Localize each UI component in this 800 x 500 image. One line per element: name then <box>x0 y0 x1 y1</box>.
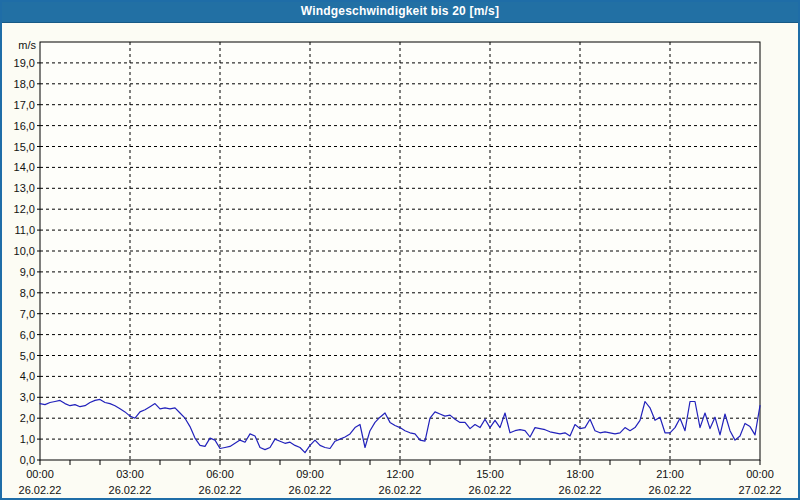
y-axis-label: 8,0 <box>20 287 35 299</box>
x-axis-time-label: 09:00 <box>296 468 324 480</box>
wind-speed-chart: 0,01,02,03,04,05,06,07,08,09,010,011,012… <box>0 0 800 500</box>
x-axis-date-label: 26.02.22 <box>649 484 692 496</box>
x-axis-date-label: 26.02.22 <box>19 484 62 496</box>
x-axis-date-label: 26.02.22 <box>109 484 152 496</box>
y-axis-label: 19,0 <box>14 57 35 69</box>
y-axis-label: 2,0 <box>20 412 35 424</box>
y-axis-label: 11,0 <box>14 224 35 236</box>
x-axis-date-label: 26.02.22 <box>559 484 602 496</box>
x-axis-date-label: 26.02.22 <box>289 484 332 496</box>
y-axis-label: 6,0 <box>20 329 35 341</box>
title-bar: Windgeschwindigkeit bis 20 [m/s] <box>0 0 800 23</box>
x-axis-time-label: 00:00 <box>26 468 54 480</box>
window-title: Windgeschwindigkeit bis 20 [m/s] <box>301 4 499 18</box>
x-axis-date-label: 27.02.22 <box>739 484 782 496</box>
x-axis-time-label: 12:00 <box>386 468 414 480</box>
y-axis-label: 3,0 <box>20 391 35 403</box>
x-axis-date-label: 26.02.22 <box>469 484 512 496</box>
y-axis-label: 16,0 <box>14 120 35 132</box>
y-axis-label: 4,0 <box>20 370 35 382</box>
y-axis-label: 5,0 <box>20 350 35 362</box>
y-axis-label: 18,0 <box>14 78 35 90</box>
y-axis-label: 0,0 <box>20 454 35 466</box>
x-axis-time-label: 03:00 <box>116 468 144 480</box>
y-axis-unit-label: m/s <box>18 39 36 51</box>
x-axis-date-label: 26.02.22 <box>199 484 242 496</box>
y-axis-label: 15,0 <box>14 141 35 153</box>
app-window: Windgeschwindigkeit bis 20 [m/s] 0,01,02… <box>0 0 800 500</box>
x-axis-time-label: 21:00 <box>656 468 684 480</box>
y-axis-label: 13,0 <box>14 182 35 194</box>
x-axis-date-label: 26.02.22 <box>379 484 422 496</box>
y-axis-label: 1,0 <box>20 433 35 445</box>
y-axis-label: 14,0 <box>14 161 35 173</box>
y-axis-label: 17,0 <box>14 99 35 111</box>
x-axis-time-label: 15:00 <box>476 468 504 480</box>
x-axis-time-label: 06:00 <box>206 468 234 480</box>
y-axis-label: 12,0 <box>14 203 35 215</box>
x-axis-time-label: 18:00 <box>566 468 594 480</box>
y-axis-label: 10,0 <box>14 245 35 257</box>
x-axis-time-label: 00:00 <box>746 468 774 480</box>
y-axis-label: 7,0 <box>20 308 35 320</box>
y-axis-label: 9,0 <box>20 266 35 278</box>
